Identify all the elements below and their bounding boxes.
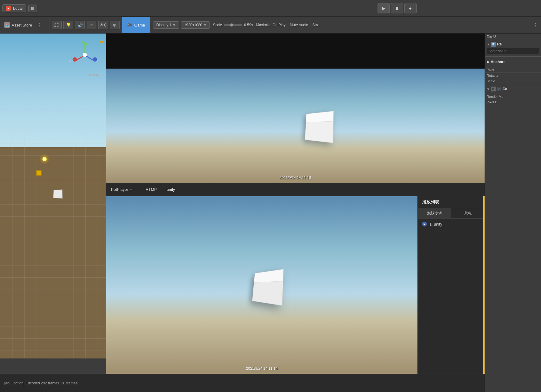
light-toggle[interactable]: 💡 <box>63 21 73 29</box>
game-tab[interactable]: 🎮 Game <box>122 17 150 33</box>
inspector-tag-row: Tag U <box>485 34 541 40</box>
inspector-re-input[interactable] <box>487 48 539 54</box>
gizmo-center <box>83 53 87 57</box>
game-view: 2021/9/24 14:11:18 <box>106 34 485 183</box>
play-button[interactable]: ▶ <box>378 3 390 13</box>
inspector-ca-checkbox[interactable]: ✓ <box>497 87 501 91</box>
playlist-tabs: 默认专辑 此电 <box>418 208 485 219</box>
game-tab-icon: 🎮 <box>127 23 132 27</box>
playlist-tab-default[interactable]: 默认专辑 <box>418 208 451 218</box>
scale-thumb <box>230 23 233 27</box>
scene-gizmo[interactable]: y x z <box>70 40 100 70</box>
game-timestamp: 2021/9/24 14:11:18 <box>280 176 311 180</box>
anchors-label: Anchors <box>491 60 506 64</box>
light-icon: 💡 <box>66 23 71 27</box>
grid-icon: ⊞ <box>31 6 34 11</box>
inspector-tag-value: U <box>493 35 496 38</box>
game-cube <box>305 111 334 143</box>
gizmo-dot-y <box>83 42 87 46</box>
gizmos-toggle[interactable]: 👁 0 <box>98 21 108 29</box>
gizmo-label-x: x <box>69 59 71 63</box>
fx-icon: ⟲ <box>90 23 93 27</box>
2d-toggle[interactable]: 2D <box>52 21 62 29</box>
inspector-ca-section: ▼ ⊞ ✓ Ca Render Mo Pixel D <box>485 84 541 105</box>
play-icon: ▶ <box>382 6 385 11</box>
snap-icon: ⊕ <box>113 23 116 27</box>
resolution-arrow: ▼ <box>203 23 206 27</box>
inspector-ca-header[interactable]: ▼ ⊞ ✓ Ca <box>485 84 541 94</box>
mute-label[interactable]: Mute Audio <box>290 23 308 27</box>
anchors-title[interactable]: ▶ Anchors <box>487 59 539 65</box>
local-icon: ● <box>6 6 11 11</box>
inspector-rotation-label: Rotation <box>487 74 539 77</box>
potplayer-separator: | <box>137 187 141 192</box>
sta-label[interactable]: Sta <box>312 23 318 27</box>
asset-store-icon: 🏪 <box>4 22 10 28</box>
inspector-rotation-row: Rotation <box>485 73 541 78</box>
grid-button[interactable]: ⊞ <box>28 5 37 12</box>
display-arrow: ▼ <box>173 23 176 27</box>
playlist-tab-this[interactable]: 此电 <box>451 208 485 218</box>
scale-slider[interactable] <box>224 24 242 26</box>
scene-cube-small[interactable] <box>53 189 63 198</box>
asset-store-more[interactable]: ⋮ <box>34 22 45 28</box>
status-text: [adFunction] Encoded 292 frames. 28 fram… <box>4 381 77 385</box>
rtmp-tab[interactable]: RTMP <box>141 183 162 196</box>
resolution-dropdown[interactable]: 1920x1080 ▼ <box>181 21 210 29</box>
inspector-render-mode-label: Render Mo <box>487 95 503 98</box>
game-more-btn[interactable]: ⋮ <box>530 22 541 28</box>
gizmo-dot-x <box>73 57 77 62</box>
inspector-re-title: Re <box>497 42 502 46</box>
potplayer-section: PotPlayer ▼ | RTMP unity 2021/9/24 14:11… <box>106 183 485 374</box>
inspector-scale-row: Scale <box>485 78 541 84</box>
scene-object-yellow[interactable] <box>36 170 41 176</box>
inspector-re-label: ▼ ⊞ Re <box>487 42 539 47</box>
asset-store-tab[interactable]: 🏪 Asset Store ⋮ <box>0 17 49 33</box>
game-tab-bar: 🎮 Game <box>122 17 150 33</box>
playlist-header: 播放列表 <box>418 196 485 208</box>
audio-toggle[interactable]: 🔊 <box>75 21 85 29</box>
gizmos-icon: 👁 <box>100 23 104 27</box>
second-bar: 🏪 Asset Store ⋮ 2D 💡 🔊 ⟲ 👁 0 ⊕ 🎮 Game <box>0 17 541 34</box>
inspector-pixel-row: Pixel D <box>485 99 541 105</box>
fx-toggle[interactable]: ⟲ <box>87 21 96 29</box>
pause-button[interactable]: ⏸ <box>391 3 403 13</box>
inspector-re-content: ▼ ⊞ Re <box>485 40 541 56</box>
inspector-ca-arrow: ▼ <box>487 87 490 91</box>
anchors-arrow: ▶ <box>487 60 489 64</box>
inspector-re-icon: ⊞ <box>491 42 496 47</box>
scale-value: 0.59x <box>244 23 253 27</box>
playlist-item-icon: ▶ <box>422 222 427 226</box>
potplayer-tab-bar: PotPlayer ▼ | RTMP unity <box>106 183 485 196</box>
inspector-re-section: ▼ ⊞ Re <box>485 40 541 56</box>
local-label: Local <box>13 6 23 11</box>
playlist-panel: 播放列表 默认专辑 此电 ▶ 1. unity <box>417 196 485 374</box>
inspector-anchors-section: ▶ Anchors <box>485 56 541 67</box>
unity-tab[interactable]: unity <box>162 183 180 196</box>
gizmos-label: 0 <box>104 23 106 27</box>
anchors-content: ▶ Anchors <box>485 57 541 67</box>
scene-lock-icon: 🔒 <box>99 39 104 43</box>
display-label: Display 1 <box>156 23 171 27</box>
game-tab-label: Game <box>134 23 145 27</box>
local-toggle[interactable]: ● Local <box>2 4 26 12</box>
status-bar: [adFunction] Encoded 292 frames. 28 fram… <box>0 374 541 392</box>
toolbar-icons: 2D 💡 🔊 ⟲ 👁 0 ⊕ <box>49 21 122 29</box>
top-bar: ● Local ⊞ ▶ ⏸ ⏭ <box>0 0 541 17</box>
game-tab-controls: Display 1 ▼ 1920x1080 ▼ <box>150 21 213 29</box>
display-dropdown[interactable]: Display 1 ▼ <box>153 21 179 29</box>
inspector-pivot-label: Pivot <box>487 68 539 72</box>
game-scene: 2021/9/24 14:11:18 <box>106 69 485 183</box>
play-controls: ▶ ⏸ ⏭ <box>378 3 417 13</box>
inspector-ca-icon: ⊞ <box>491 87 496 91</box>
potplayer-tab[interactable]: PotPlayer ▼ <box>106 183 137 196</box>
maximize-label[interactable]: Maximize On Play <box>256 23 286 27</box>
scene-grid <box>0 131 106 358</box>
playlist-item-1[interactable]: ▶ 1. unity <box>418 219 485 230</box>
snap-toggle[interactable]: ⊕ <box>110 21 120 29</box>
scene-view: y x z <Persp 🔒 <box>0 34 106 358</box>
playlist-item-label: 1. unity <box>429 222 442 226</box>
inspector-panel: ℹ Inspector □ ✓ C Tag U ▼ ⊞ Re ▶ <box>485 0 541 392</box>
inspector-re-arrow: ▼ <box>487 43 490 46</box>
step-button[interactable]: ⏭ <box>404 3 417 13</box>
